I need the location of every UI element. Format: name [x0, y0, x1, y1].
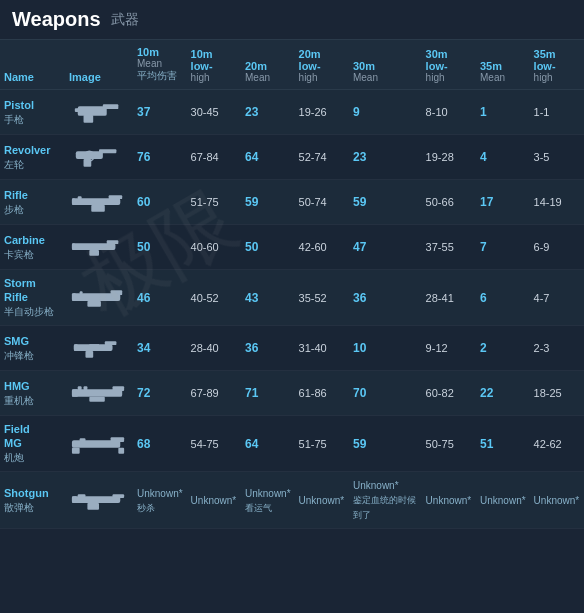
value-cell: 10	[349, 326, 422, 371]
stat-value: 19-26	[299, 106, 327, 118]
stat-value: 4-7	[534, 292, 550, 304]
weapons-table: Name Image 10m Mean 平均伤害 10m low- high 2…	[0, 40, 584, 529]
stat-value: 51-75	[191, 196, 219, 208]
weapon-name-cn: 卡宾枪	[4, 249, 34, 260]
value-cell: 42-60	[295, 225, 349, 270]
svg-rect-41	[87, 503, 99, 510]
stat-value: 59	[353, 437, 366, 451]
value-cell: 3-5	[530, 135, 584, 180]
stat-value: 31-40	[299, 342, 327, 354]
value-cell: 23	[241, 90, 295, 135]
weapon-icon	[69, 186, 129, 218]
svg-rect-24	[85, 351, 93, 358]
svg-rect-40	[72, 496, 77, 503]
weapon-icon	[69, 332, 129, 364]
value-cell: 8-10	[422, 90, 476, 135]
stat-value: 50-74	[299, 196, 327, 208]
stat-value: 6-9	[534, 241, 550, 253]
table-row: SMG冲锋枪 3428-403631-40109-1222-3	[0, 326, 584, 371]
col-35m-mean: 35m Mean	[476, 40, 530, 90]
stat-value: 46	[137, 291, 150, 305]
value-cell: 50-75	[422, 416, 476, 472]
weapon-icon	[69, 231, 129, 263]
svg-rect-3	[75, 108, 81, 112]
unknown-value: Unknown*	[534, 495, 580, 506]
value-cell: 54-75	[187, 416, 241, 472]
svg-rect-0	[78, 106, 107, 116]
stat-value: 54-75	[191, 438, 219, 450]
stat-value: 50-66	[426, 196, 454, 208]
value-cell: 1	[476, 90, 530, 135]
stat-value: 60-82	[426, 387, 454, 399]
stat-value: 23	[245, 105, 258, 119]
value-cell: 6-9	[530, 225, 584, 270]
unknown-value: Unknown*	[137, 488, 183, 499]
value-cell: 30-45	[187, 90, 241, 135]
unknown-value: Unknown*	[480, 495, 526, 506]
svg-rect-37	[80, 438, 86, 442]
svg-rect-31	[78, 386, 82, 390]
weapon-image-cell	[65, 270, 133, 326]
col-10m-mean: 10m Mean 平均伤害	[133, 40, 187, 90]
weapon-name-cell: Rifle步枪	[0, 180, 65, 225]
value-cell: 72	[133, 371, 187, 416]
weapon-name: Carbine	[4, 234, 45, 246]
value-cell: 50	[241, 225, 295, 270]
weapon-image-cell	[65, 416, 133, 472]
weapon-name-cell: Shotgun散弹枪	[0, 472, 65, 529]
page-title: Weapons	[12, 8, 101, 31]
value-cell: 67-89	[187, 371, 241, 416]
table-row: Pistol手枪 3730-452319-2698-1011-1	[0, 90, 584, 135]
weapon-image-cell	[65, 135, 133, 180]
svg-rect-39	[113, 494, 125, 498]
svg-rect-26	[89, 344, 99, 347]
value-cell: 51-75	[187, 180, 241, 225]
value-cell: 51	[476, 416, 530, 472]
table-row: FieldMG机炮 6854-756451-755950-755142-62	[0, 416, 584, 472]
value-cell: 50-74	[295, 180, 349, 225]
weapon-icon	[69, 377, 129, 409]
weapon-image-cell	[65, 371, 133, 416]
value-cell: 34	[133, 326, 187, 371]
value-cell: 35-52	[295, 270, 349, 326]
value-cell: 2-3	[530, 326, 584, 371]
value-cell: 37	[133, 90, 187, 135]
stat-value: 76	[137, 150, 150, 164]
stat-value: 36	[245, 341, 258, 355]
stat-value: 50	[137, 240, 150, 254]
stat-value: 23	[353, 150, 366, 164]
stat-value: 22	[480, 386, 493, 400]
value-cell: 14-19	[530, 180, 584, 225]
svg-rect-36	[118, 447, 124, 453]
value-cell: 18-25	[530, 371, 584, 416]
stat-value: 71	[245, 386, 258, 400]
unknown-value: Unknown*	[299, 495, 345, 506]
value-cell: 6	[476, 270, 530, 326]
value-cell: 9	[349, 90, 422, 135]
stat-value: 28-40	[191, 342, 219, 354]
value-cell: 67-84	[187, 135, 241, 180]
stat-value: 6	[480, 291, 487, 305]
col-30m-lowhigh: 30m low- high	[422, 40, 476, 90]
weapon-name-cell: Carbine卡宾枪	[0, 225, 65, 270]
value-cell: 60-82	[422, 371, 476, 416]
header-row: Name Image 10m Mean 平均伤害 10m low- high 2…	[0, 40, 584, 90]
svg-rect-20	[72, 293, 76, 301]
stat-value: 9-12	[426, 342, 448, 354]
table-row: Revolver左轮 7667-846452-742319-2843-5	[0, 135, 584, 180]
weapon-name-cell: Pistol手枪	[0, 90, 65, 135]
stat-value: 43	[245, 291, 258, 305]
unknown-value: Unknown*	[191, 495, 237, 506]
value-cell: Unknown*	[476, 472, 530, 529]
weapon-name-cn: 半自动步枪	[4, 306, 54, 317]
value-cell: 68	[133, 416, 187, 472]
stat-value: 40-52	[191, 292, 219, 304]
svg-rect-25	[74, 344, 78, 351]
table-row: Shotgun散弹枪 Unknown*秒杀Unknown*Unknown*看运气…	[0, 472, 584, 529]
col-20m-mean: 20m Mean	[241, 40, 295, 90]
svg-rect-18	[111, 290, 123, 295]
svg-rect-35	[72, 447, 80, 453]
weapon-image-cell	[65, 326, 133, 371]
svg-rect-28	[113, 386, 125, 391]
col-name: Name	[0, 40, 65, 90]
